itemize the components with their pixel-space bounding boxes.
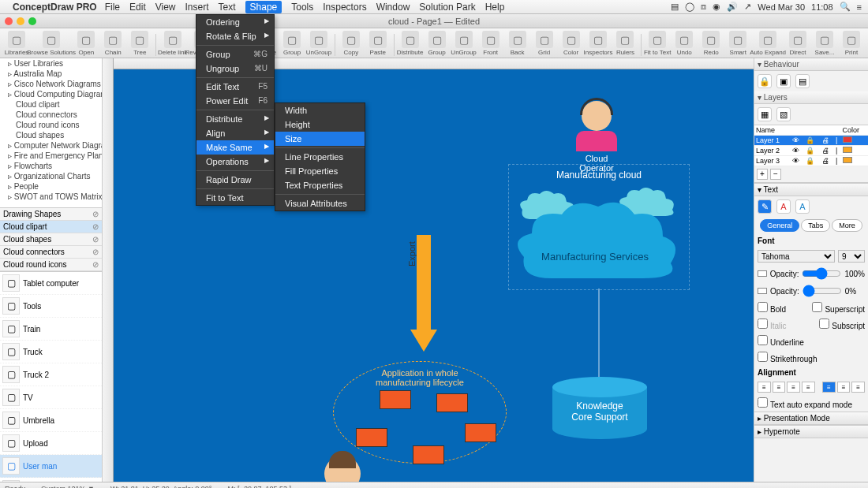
lib-tab[interactable]: Cloud round icons⊘ <box>0 259 102 271</box>
lib-item[interactable]: ▢Umbrella <box>0 409 102 432</box>
lib-item[interactable]: ▢Train <box>0 318 102 341</box>
shape-menu-operations[interactable]: Operations▶ <box>196 155 274 169</box>
menu-file[interactable]: File <box>105 2 120 13</box>
tree-node[interactable]: ▹ SWOT and TOWS Matrix Diagrams <box>0 192 102 202</box>
valign-mid[interactable]: ≡ <box>837 382 851 393</box>
layers-header[interactable]: ▾ Layers <box>754 91 868 104</box>
lib-item[interactable]: ▢Tools <box>0 295 102 318</box>
shape-menu-make-same[interactable]: Make Same▶ <box>196 140 274 155</box>
zoom-level[interactable]: Custom 121% ▼ <box>41 485 95 489</box>
menu-inspectors[interactable]: Inspectors <box>323 2 366 13</box>
layer-up-icon[interactable]: ▣ <box>776 74 791 88</box>
remove-layer-button[interactable]: − <box>770 169 781 180</box>
tree-node[interactable]: ▹ Cloud Computing Diagrams <box>0 89 102 99</box>
lib-item[interactable]: ▢Truck <box>0 341 102 363</box>
tree-node[interactable]: ▹ People <box>0 181 102 192</box>
make-same-fill-properties[interactable]: Fill Properties <box>275 164 365 178</box>
layer-down-icon[interactable]: ▤ <box>795 74 810 88</box>
shape-menu-fit-to-text[interactable]: Fit to Text <box>196 191 274 205</box>
italic-check[interactable]: Italic <box>758 319 787 330</box>
text-header[interactable]: ▾ Text <box>754 183 868 196</box>
toolbar-rulers[interactable]: ▢Rulers <box>614 31 636 56</box>
hypernote-header[interactable]: ▸ Hypernote <box>754 425 868 438</box>
sync-icon[interactable]: ◯ <box>685 2 694 12</box>
make-same-text-properties[interactable]: Text Properties <box>275 178 365 192</box>
library-items[interactable]: ▢Tablet computer▢Tools▢Train▢Truck▢Truck… <box>0 272 102 482</box>
close-button[interactable] <box>5 17 13 25</box>
make-same-width[interactable]: Width <box>275 103 365 117</box>
auto-expand-check[interactable]: Text auto expand mode <box>758 397 852 409</box>
lib-item[interactable]: ▢User man <box>0 455 102 478</box>
layers-tab2-icon[interactable]: ▧ <box>776 107 791 121</box>
toolbar-fit-to-text[interactable]: ▢Fit to Text <box>646 31 668 56</box>
proc-box[interactable] <box>436 393 468 412</box>
layers-tab-icon[interactable]: ▦ <box>758 107 772 121</box>
tree-node[interactable]: Cloud connectors <box>0 110 102 120</box>
toolbar-browse-solutions[interactable]: ▢Browse Solutions <box>32 31 70 56</box>
menu-tools[interactable]: Tools <box>291 2 313 13</box>
minimize-button[interactable] <box>17 17 24 25</box>
toolbar-open[interactable]: ▢Open <box>75 31 97 56</box>
text-color-icon[interactable]: A <box>776 199 791 214</box>
lib-tab[interactable]: Cloud shapes⊘ <box>0 233 102 246</box>
tab-tabs[interactable]: Tabs <box>801 219 830 232</box>
shape-menu-group[interactable]: Group⌘G <box>196 47 274 61</box>
big-cloud[interactable]: Manufacturing Services <box>508 196 682 290</box>
proc-box[interactable] <box>465 423 496 442</box>
proc-box[interactable] <box>413 445 444 464</box>
toolbar-grid[interactable]: ▢Grid <box>533 31 556 56</box>
toolbar-copy[interactable]: ▢Copy <box>340 31 362 56</box>
make-same-height[interactable]: Height <box>275 117 365 132</box>
tree-node[interactable]: Cloud round icons <box>0 120 102 130</box>
zoom-button[interactable] <box>28 17 36 25</box>
layers-table[interactable]: NameColorLayer 1👁🔒🖨|Layer 2👁🔒🖨|Layer 3👁🔒… <box>754 125 868 166</box>
lib-item[interactable]: ▢TV <box>0 386 102 409</box>
tree-node[interactable]: ▹ Flowcharts <box>0 161 102 171</box>
underline-check[interactable]: Underline <box>758 335 804 347</box>
volume-icon[interactable]: 🔊 <box>727 2 738 12</box>
font-size-select[interactable]: 9 <box>838 250 865 263</box>
toolbar-group[interactable]: ▢Group <box>426 31 448 56</box>
shape-menu-dropdown[interactable]: Ordering▶Rotate & Flip▶Group⌘GUngroup⌘UE… <box>196 14 275 206</box>
menubar-date[interactable]: Wed Mar 30 <box>758 2 805 12</box>
menu-solution-park[interactable]: Solution Park <box>419 2 475 13</box>
lib-item[interactable]: ▢Upload <box>0 432 102 455</box>
subscript-check[interactable]: Subscript <box>819 319 865 330</box>
menu-icon[interactable]: ≡ <box>857 2 862 12</box>
behaviour-header[interactable]: ▾ Behaviour <box>754 58 868 71</box>
toolbar-libraries[interactable]: ▢Libraries <box>6 31 28 56</box>
menu-view[interactable]: View <box>155 2 176 13</box>
toolbar-chain[interactable]: ▢Chain <box>102 31 124 56</box>
knowledge-cylinder[interactable]: KnowledgeCore Support <box>552 377 647 440</box>
tree-node[interactable]: ▹ Organizational Charts <box>0 171 102 181</box>
bold-check[interactable]: Bold <box>758 302 786 314</box>
toolbar-print[interactable]: ▢Print <box>840 31 862 56</box>
shape-menu-edit-text[interactable]: Edit TextF5 <box>196 80 274 94</box>
tree-node[interactable]: ▹ Cisco Network Diagrams <box>0 79 102 89</box>
menubar-time[interactable]: 11:08 <box>811 2 833 12</box>
strike-check[interactable]: Strikethrough <box>758 352 817 363</box>
align-justify[interactable]: ≡ <box>802 382 815 393</box>
superscript-check[interactable]: Superscript <box>812 302 865 314</box>
toolbar-save-[interactable]: ▢Save... <box>814 31 836 56</box>
presentation-header[interactable]: ▸ Presentation Mode <box>754 412 868 425</box>
make-same-line-properties[interactable]: Line Properties <box>275 150 365 164</box>
shape-menu-ungroup[interactable]: Ungroup⌘U <box>196 61 274 76</box>
make-same-size[interactable]: Size <box>275 132 365 146</box>
toolbar-front[interactable]: ▢Front <box>480 31 502 56</box>
tree-node[interactable]: Cloud clipart <box>0 99 102 110</box>
tab-more[interactable]: More <box>832 219 862 232</box>
proc-box[interactable] <box>380 390 411 409</box>
clock-icon[interactable]: ↗ <box>744 2 751 12</box>
toolbar-delete-link[interactable]: ▢Delete link <box>161 31 184 56</box>
tree-node[interactable]: Cloud shapes <box>0 130 102 140</box>
tree-node[interactable]: ▹ User Libraries <box>0 58 102 69</box>
valign-top[interactable]: ≡ <box>822 382 836 393</box>
make-same-submenu[interactable]: WidthHeightSizeLine PropertiesFill Prope… <box>275 102 365 211</box>
user-shape[interactable] <box>311 456 374 482</box>
make-same-visual-attributes[interactable]: Visual Attributes <box>275 196 365 210</box>
shape-menu-rotate-flip[interactable]: Rotate & Flip▶ <box>196 29 274 43</box>
shape-menu-distribute[interactable]: Distribute▶ <box>196 112 274 126</box>
text-style-icon[interactable]: A <box>795 199 810 214</box>
toolbar-distribute[interactable]: ▢Distribute <box>399 31 421 56</box>
